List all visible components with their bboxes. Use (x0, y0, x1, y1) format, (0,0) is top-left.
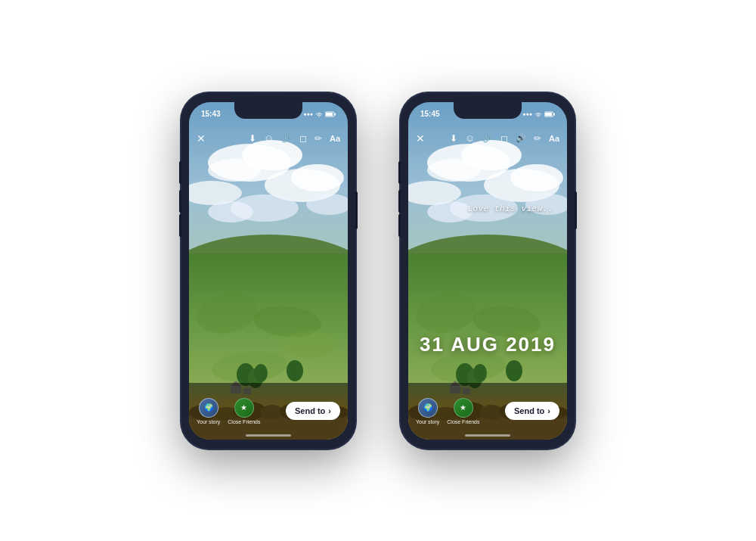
caption-overlay: Love this view.. (467, 204, 553, 213)
signal-icon-2: ●●● (522, 111, 532, 117)
close-icon-2[interactable]: ✕ (416, 132, 425, 145)
svg-rect-66 (545, 113, 552, 116)
text-icon-2[interactable]: Aa (549, 134, 559, 143)
phone-frame-2: 15:45 ●●● ✕ (401, 93, 575, 449)
svg-point-53 (506, 360, 522, 381)
wifi-icon-2 (534, 111, 542, 117)
svg-point-52 (473, 364, 487, 382)
send-to-chevron-1: › (328, 406, 331, 415)
bottom-bar-2: 🌍 Your story ★ Close Friends Send to › (408, 383, 567, 440)
phone-2: 15:45 ●●● ✕ (401, 93, 575, 449)
svg-point-8 (208, 201, 253, 222)
signal-icon-1: ●●● (303, 111, 313, 117)
phone-frame-1: 15:43 ●●● ✕ (181, 93, 355, 449)
volume-icon-2[interactable]: 🔊 (516, 133, 526, 143)
wifi-icon-1 (315, 111, 323, 117)
battery-icon-2 (544, 111, 555, 117)
link-icon-1[interactable]: 🔗 (281, 133, 292, 143)
home-indicator-1 (246, 434, 291, 437)
svg-point-15 (284, 331, 336, 358)
home-indicator-2 (465, 434, 510, 437)
phone-1: 15:43 ●●● ✕ (181, 93, 355, 449)
svg-point-5 (291, 164, 344, 191)
sticker-icon-1[interactable]: ◻ (299, 133, 307, 144)
send-to-label-2: Send to (514, 406, 544, 415)
svg-point-18 (254, 364, 268, 382)
send-to-button-2[interactable]: Send to › (505, 402, 559, 420)
status-time-2: 15:45 (420, 110, 440, 118)
send-to-button-1[interactable]: Send to › (286, 402, 340, 420)
status-icons-1: ●●● (303, 111, 336, 117)
close-friends-btn-1[interactable]: ★ Close Friends (228, 398, 260, 424)
emoji-icon-2[interactable]: ☺ (465, 132, 475, 144)
status-time-1: 15:43 (201, 110, 221, 118)
draw-icon-2[interactable]: ✏ (534, 133, 541, 144)
svg-rect-67 (554, 113, 556, 115)
svg-rect-33 (335, 113, 336, 115)
link-icon-2[interactable]: 🔗 (482, 133, 493, 143)
phone-screen-2: 15:45 ●●● ✕ (408, 102, 567, 440)
phone-screen-1: 15:43 ●●● ✕ (189, 102, 348, 440)
sticker-icon-2[interactable]: ◻ (500, 133, 508, 144)
battery-icon-1 (325, 111, 336, 117)
close-friends-btn-2[interactable]: ★ Close Friends (447, 398, 479, 424)
close-icon-1[interactable]: ✕ (197, 132, 206, 145)
status-icons-2: ●●● (522, 111, 555, 117)
close-friends-avatar-2: ★ (454, 398, 473, 418)
your-story-avatar-1: 🌍 (199, 398, 218, 418)
svg-point-39 (510, 164, 563, 191)
draw-icon-1[interactable]: ✏ (314, 133, 322, 144)
toolbar-1: ✕ ⬇ ☺ 🔗 ◻ ✏ Aa (189, 126, 348, 151)
svg-point-37 (427, 159, 480, 182)
download-icon-2[interactable]: ⬇ (450, 133, 457, 144)
your-story-btn-1[interactable]: 🌍 Your story (197, 398, 220, 424)
close-friends-label-2: Close Friends (447, 419, 479, 424)
svg-point-19 (287, 360, 303, 381)
emoji-icon-1[interactable]: ☺ (264, 132, 274, 144)
close-friends-avatar-1: ★ (234, 398, 254, 418)
close-friends-label-1: Close Friends (228, 419, 260, 424)
download-icon-1[interactable]: ⬇ (249, 133, 256, 144)
send-to-label-1: Send to (295, 406, 325, 415)
toolbar-2: ✕ ⬇ ☺ 🔗 ◻ 🔊 ✏ Aa (408, 126, 567, 151)
notch-2 (454, 102, 522, 119)
your-story-avatar-2: 🌍 (418, 398, 438, 418)
svg-point-3 (208, 159, 261, 182)
svg-point-42 (427, 201, 472, 222)
svg-rect-32 (326, 113, 333, 116)
bottom-bar-1: 🌍 Your story ★ Close Friends Send to › (189, 383, 348, 440)
your-story-label-2: Your story (416, 419, 439, 424)
date-overlay: 31 AUG 2019 (408, 333, 567, 356)
text-icon-1[interactable]: Aa (330, 134, 340, 143)
your-story-label-1: Your story (197, 419, 220, 424)
send-to-chevron-2: › (547, 406, 550, 415)
notch-1 (234, 102, 302, 119)
your-story-btn-2[interactable]: 🌍 Your story (416, 398, 439, 424)
